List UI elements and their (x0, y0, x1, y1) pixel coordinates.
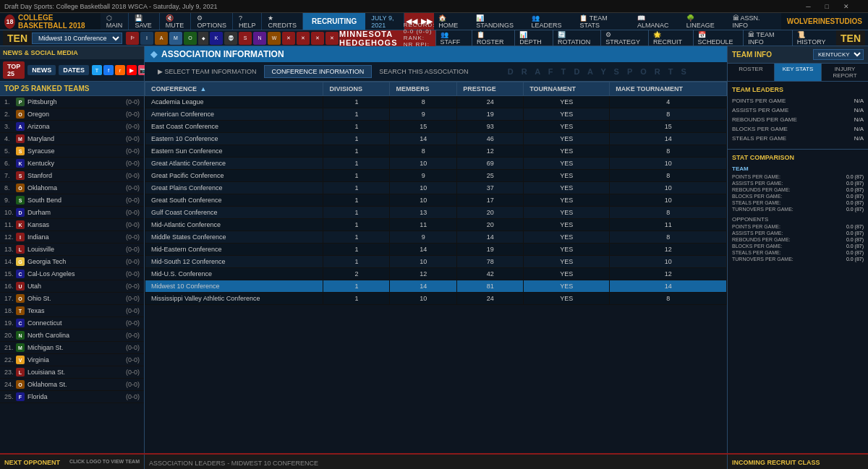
maximize-btn[interactable]: □ (825, 3, 829, 10)
col-conference[interactable]: CONFERENCE ▲ (145, 82, 323, 96)
table-row[interactable]: Great Plains Conference 1 10 37 YES 10 (145, 182, 727, 194)
ranked-item[interactable]: 24. O Oklahoma St. (0-0) (0, 379, 144, 391)
ranked-item[interactable]: 1. P Pittsburgh (0-0) (0, 96, 144, 108)
ranked-item[interactable]: 25. F Florida (0-0) (0, 391, 144, 403)
nav-lineage[interactable]: 🌳 LINEAGE (682, 13, 728, 30)
team-nav-strategy[interactable]: ⚙ STRATEGY (600, 30, 648, 46)
rank-record: (0-0) (126, 135, 140, 142)
nav-mute[interactable]: 🔇 MUTE (160, 13, 192, 30)
team-info-select[interactable]: KENTUCKY (813, 49, 864, 60)
conference-select[interactable]: Midwest 10 Conference (32, 33, 122, 44)
ranked-item[interactable]: 2. O Oregon (0-0) (0, 108, 144, 121)
team-nav-recruit[interactable]: 🌟 RECRUIT (648, 30, 692, 46)
tab-select-team-info[interactable]: ▶ SELECT TEAM INFORMATION (150, 66, 264, 77)
conf-divisions: 1 (323, 231, 390, 244)
team-nav-team-info[interactable]: 🏛 TEAM INFO (743, 30, 792, 46)
nav-credits[interactable]: ★ CREDITS (262, 13, 303, 30)
tab-top25[interactable]: TOP 25 (3, 61, 25, 79)
ranked-item[interactable]: 13. L Louisville (0-0) (0, 244, 144, 256)
table-row[interactable]: Gulf Coast Conference 1 13 20 YES 8 (145, 207, 727, 219)
table-row[interactable]: Great Pacific Conference 1 9 25 YES 8 (145, 170, 727, 182)
ranked-item[interactable]: 5. S Syracuse (0-0) (0, 145, 144, 158)
col-tournament[interactable]: TOURNAMENT (524, 82, 610, 96)
ranked-item[interactable]: 3. A Arizona (0-0) (0, 121, 144, 133)
ranked-item[interactable]: 18. T Texas (0-0) (0, 305, 144, 317)
col-divisions[interactable]: DIVISIONS (323, 82, 390, 96)
conf-prestige: 17 (457, 194, 524, 207)
team-nav-schedule[interactable]: 📅 SCHEDULE (693, 30, 744, 46)
nav-team-stats[interactable]: 📋 TEAM STATS (575, 13, 633, 30)
table-row[interactable]: Eastern 10 Conference 1 14 46 YES 14 (145, 133, 727, 145)
nav-options[interactable]: ⚙ OPTIONS (191, 13, 233, 30)
tab-injury-report[interactable]: INJURY REPORT (822, 64, 868, 81)
ranked-item[interactable]: 6. K Kentucky (0-0) (0, 158, 144, 170)
nav-help[interactable]: ? HELP (233, 13, 263, 30)
table-row[interactable]: Middle States Conference 1 9 14 YES 8 (145, 231, 727, 244)
reddit-icon[interactable]: r (115, 65, 125, 75)
tab-news[interactable]: NEWS (27, 65, 56, 75)
table-row[interactable]: Mid-Atlantic Conference 1 11 20 YES 11 (145, 219, 727, 231)
table-row[interactable]: East Coast Conference 1 15 93 YES 15 (145, 121, 727, 133)
ranked-item[interactable]: 15. C Cal-Los Angeles (0-0) (0, 268, 144, 280)
tab-search-assn[interactable]: SEARCH THIS ASSOCIATION (372, 66, 475, 77)
nav-standings[interactable]: 📊 STANDINGS (472, 13, 527, 30)
nav-recruiting[interactable]: RECRUITING (303, 13, 365, 30)
table-row[interactable]: Mid-South 12 Conference 1 10 78 YES 10 (145, 256, 727, 268)
table-row[interactable]: Academia League 1 8 24 YES 4 (145, 96, 727, 108)
table-row[interactable]: Midwest 10 Conference 1 14 81 YES 14 (145, 280, 727, 293)
table-row[interactable]: American Conference 1 9 19 YES 8 (145, 108, 727, 121)
minimize-btn[interactable]: ─ (806, 3, 810, 10)
ranked-item[interactable]: 17. O Ohio St. (0-0) (0, 293, 144, 305)
team-nav-history[interactable]: 📜 HISTORY (792, 30, 836, 46)
table-row[interactable]: Eastern Sun Conference 1 8 12 YES 8 (145, 145, 727, 158)
ranked-item[interactable]: 4. M Maryland (0-0) (0, 133, 144, 145)
nav-almanac[interactable]: 📖 ALMANAC (633, 13, 682, 30)
nav-save[interactable]: 💾 SAVE (129, 13, 159, 30)
team-nav-staff[interactable]: 👥 STAFF (435, 30, 472, 46)
stat-steals-label: STEALS PER GAME (732, 135, 786, 142)
team-nav-rotation[interactable]: 🔄 ROTATION (553, 30, 600, 46)
conf-prestige: 20 (457, 219, 524, 231)
conf-make: 12 (610, 244, 727, 256)
tab-key-stats[interactable]: KEY STATS (775, 64, 822, 81)
ranked-item[interactable]: 11. K Kansas (0-0) (0, 219, 144, 231)
nav-assn-info[interactable]: 🏛 ASSN. INFO (728, 13, 781, 30)
ranked-item[interactable]: 8. O Oklahoma (0-0) (0, 182, 144, 194)
rank-num: 8. (4, 184, 16, 192)
col-members[interactable]: MEMBERS (390, 82, 457, 96)
table-row[interactable]: Great South Conference 1 10 17 YES 10 (145, 194, 727, 207)
ranked-item[interactable]: 9. S South Bend (0-0) (0, 194, 144, 207)
team-nav-roster[interactable]: 📋 ROSTER (472, 30, 514, 46)
tab-roster[interactable]: ROSTER (728, 64, 775, 81)
table-row[interactable]: Mid-Eastern Conference 1 14 19 YES 12 (145, 244, 727, 256)
table-row[interactable]: Great Atlantic Conference 1 10 69 YES 10 (145, 158, 727, 170)
ranked-item[interactable]: 7. S Stanford (0-0) (0, 170, 144, 182)
ranked-item[interactable]: 20. N North Carolina (0-0) (0, 330, 144, 342)
stat-comp-row: TURNOVERS PER GAME:0.0 (87) (732, 257, 864, 262)
conf-members: 10 (390, 256, 457, 268)
ranked-item[interactable]: 22. V Virginia (0-0) (0, 354, 144, 366)
tab-dates[interactable]: DATES (59, 65, 89, 75)
twitter-icon[interactable]: T (92, 65, 102, 75)
facebook-icon[interactable]: f (103, 65, 114, 75)
close-btn[interactable]: ✕ (843, 3, 849, 10)
youtube-icon[interactable]: ▶ (127, 65, 137, 75)
nav-main[interactable]: ⬡ MAIN (101, 13, 129, 30)
team-nav-depth[interactable]: 📊 DEPTH (514, 30, 553, 46)
rank-letter: A (16, 122, 25, 131)
col-make-tournament[interactable]: MAKE TOURNAMENT (610, 82, 727, 96)
ranked-item[interactable]: 16. U Utah (0-0) (0, 280, 144, 293)
tab-conference-info[interactable]: CONFERENCE INFORMATION (264, 65, 373, 78)
ranked-item[interactable]: 23. L Louisiana St. (0-0) (0, 366, 144, 379)
ranked-item[interactable]: 21. M Michigan St. (0-0) (0, 342, 144, 354)
rank-name: Cal-Los Angeles (27, 270, 126, 277)
col-prestige[interactable]: PRESTIGE (457, 82, 524, 96)
ranked-item[interactable]: 14. G Georgia Tech (0-0) (0, 256, 144, 268)
ranked-item[interactable]: 19. C Connecticut (0-0) (0, 317, 144, 330)
ranked-item[interactable]: 10. D Durham (0-0) (0, 207, 144, 219)
nav-home[interactable]: 🏠 HOME (434, 13, 472, 30)
ranked-item[interactable]: 12. I Indiana (0-0) (0, 231, 144, 244)
table-row[interactable]: Mid-U.S. Conference 2 12 42 YES 12 (145, 268, 727, 280)
table-row[interactable]: Mississippi Valley Athletic Conference 1… (145, 293, 727, 305)
nav-leaders[interactable]: 👥 LEADERS (527, 13, 576, 30)
